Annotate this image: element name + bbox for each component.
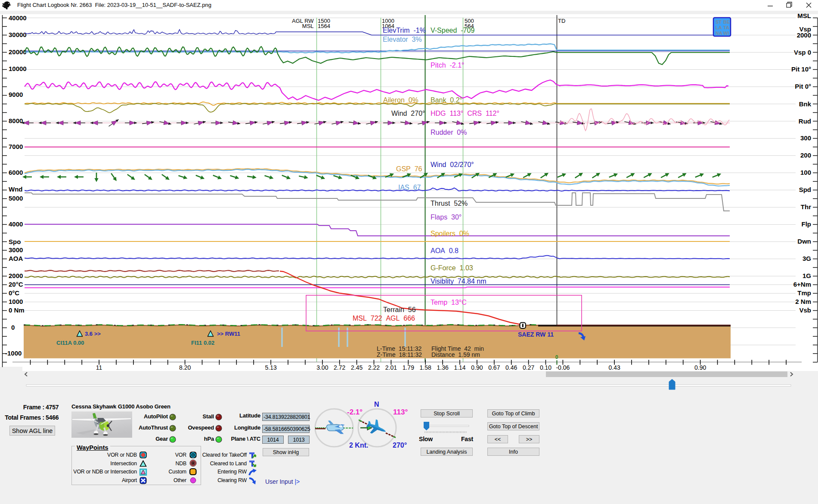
svg-text:Temp 13°C: Temp 13°C xyxy=(431,299,467,306)
svg-text:8.20: 8.20 xyxy=(179,364,191,371)
svg-text:1.36: 1.36 xyxy=(437,364,448,371)
svg-text:BE: BE xyxy=(723,19,730,25)
svg-text:LA: LA xyxy=(716,25,722,30)
svg-text:3000: 3000 xyxy=(9,246,23,254)
svg-text:Wnd: Wnd xyxy=(9,186,22,193)
svg-text:TA: TA xyxy=(723,25,729,30)
svg-text:Spd: Spd xyxy=(799,186,811,193)
svg-text:FI11 0.02: FI11 0.02 xyxy=(191,340,214,346)
svg-text:>> RW11: >> RW11 xyxy=(217,331,240,337)
svg-text:-1000: -1000 xyxy=(5,349,22,357)
svg-text:100: 100 xyxy=(800,169,811,176)
svg-text:Wind 270°: Wind 270° xyxy=(391,110,425,117)
svg-text:11: 11 xyxy=(96,364,102,371)
svg-text:40000: 40000 xyxy=(9,14,27,22)
svg-text:Pit 10°: Pit 10° xyxy=(791,65,811,73)
svg-text:Spoilers 0%: Spoilers 0% xyxy=(431,230,469,237)
svg-text:9000: 9000 xyxy=(9,91,23,98)
svg-text:Rudder 0%: Rudder 0% xyxy=(431,129,467,136)
svg-text:Vsb: Vsb xyxy=(799,306,811,314)
svg-text:0.43: 0.43 xyxy=(608,364,620,371)
svg-text:Terrain 56: Terrain 56 xyxy=(383,306,416,313)
svg-text:2000: 2000 xyxy=(797,31,811,39)
svg-text:Distance 1.59 nm: Distance 1.59 nm xyxy=(431,351,480,358)
svg-text:MSL 722 AGL 666: MSL 722 AGL 666 xyxy=(353,315,415,322)
svg-text:V-Speed -709: V-Speed -709 xyxy=(431,27,474,34)
svg-text:G-Force 1.03: G-Force 1.03 xyxy=(431,264,473,272)
svg-text:Aileron 0%: Aileron 0% xyxy=(383,96,418,104)
svg-text:0: 0 xyxy=(11,324,15,331)
svg-text:0.90: 0.90 xyxy=(471,364,483,371)
svg-text:Bnk: Bnk xyxy=(799,100,812,108)
svg-text:7000: 7000 xyxy=(9,143,23,150)
svg-text:1.58: 1.58 xyxy=(420,364,431,371)
svg-text:8000: 8000 xyxy=(9,117,23,124)
svg-text:Flp: Flp xyxy=(802,220,812,228)
svg-text:2.45: 2.45 xyxy=(351,364,363,371)
svg-text:GSP 76: GSP 76 xyxy=(396,165,422,173)
svg-text:ElevTrim -1%: ElevTrim -1% xyxy=(383,27,426,34)
svg-text:200: 200 xyxy=(800,152,811,159)
svg-text:2.22: 2.22 xyxy=(368,364,380,371)
svg-text:2.01: 2.01 xyxy=(385,364,397,371)
svg-text:0.46: 0.46 xyxy=(505,364,517,371)
svg-text:Vsp 0: Vsp 0 xyxy=(794,49,811,56)
svg-text:Elevator 3%: Elevator 3% xyxy=(383,36,422,43)
svg-text:Pitch -2.1°: Pitch -2.1° xyxy=(431,62,464,69)
svg-text:20000: 20000 xyxy=(9,48,27,56)
svg-text:300: 300 xyxy=(800,134,811,142)
svg-text:3G: 3G xyxy=(803,255,811,262)
svg-text:6000: 6000 xyxy=(9,169,23,176)
svg-text:20°C: 20°C xyxy=(9,281,23,288)
svg-text:0: 0 xyxy=(555,354,558,360)
svg-text:5000: 5000 xyxy=(9,195,23,202)
svg-text:2.72: 2.72 xyxy=(334,364,345,371)
svg-text:Rud: Rud xyxy=(799,117,811,125)
svg-text:Flaps 30°: Flaps 30° xyxy=(431,213,462,221)
svg-text:30000: 30000 xyxy=(9,31,27,38)
svg-text:MSL: MSL xyxy=(302,23,314,29)
svg-text:2000: 2000 xyxy=(9,272,23,279)
svg-text:IAS 67: IAS 67 xyxy=(398,184,421,191)
svg-text:0°C: 0°C xyxy=(9,289,19,297)
svg-text:3.6 >>: 3.6 >> xyxy=(85,331,101,337)
svg-text:3.00: 3.00 xyxy=(316,364,328,371)
svg-text:HDG 113° CRS 112°: HDG 113° CRS 112° xyxy=(431,110,499,117)
svg-text:TD: TD xyxy=(558,18,565,24)
svg-text:0.27: 0.27 xyxy=(523,364,534,371)
svg-text:Bank 0.2°: Bank 0.2° xyxy=(431,96,462,104)
svg-text:1000: 1000 xyxy=(9,298,23,305)
svg-text:Tmp: Tmp xyxy=(797,289,811,297)
svg-text:1.79: 1.79 xyxy=(403,364,414,371)
svg-text:1564: 1564 xyxy=(318,23,330,29)
svg-text:5.13: 5.13 xyxy=(265,364,276,371)
svg-text:NA: NA xyxy=(716,31,722,36)
svg-text:MSL: MSL xyxy=(797,12,811,19)
svg-text:AOA: AOA xyxy=(9,255,23,262)
svg-text:-0.06: -0.06 xyxy=(556,364,570,371)
svg-text:1G: 1G xyxy=(803,272,811,279)
svg-text:Visiblity 74.84 nm: Visiblity 74.84 nm xyxy=(431,278,486,285)
svg-text:0 Nm: 0 Nm xyxy=(9,306,25,314)
svg-text:Dwn: Dwn xyxy=(797,238,811,245)
svg-text:CI11A 0.00: CI11A 0.00 xyxy=(56,340,84,346)
svg-text:Pit 0°: Pit 0° xyxy=(795,83,811,90)
svg-text:0.10: 0.10 xyxy=(540,364,552,371)
svg-text:1.14: 1.14 xyxy=(454,364,465,371)
svg-text:Thrust 52%: Thrust 52% xyxy=(431,200,468,207)
svg-text:Z-Time 18:11:32: Z-Time 18:11:32 xyxy=(377,351,422,358)
svg-text:Thr: Thr xyxy=(801,203,811,210)
svg-text:Wind 02/270°: Wind 02/270° xyxy=(431,161,474,168)
svg-text:SAEZ RW 11: SAEZ RW 11 xyxy=(518,331,554,338)
svg-text:0.67: 0.67 xyxy=(488,364,500,371)
svg-text:0.90: 0.90 xyxy=(694,364,706,371)
svg-text:Spo: Spo xyxy=(9,238,21,245)
svg-text:ST: ST xyxy=(716,19,722,25)
svg-text:AOA 0.8: AOA 0.8 xyxy=(431,247,459,254)
svg-text:2 Nm: 2 Nm xyxy=(795,298,811,305)
svg-text:10000: 10000 xyxy=(9,65,27,72)
svg-text:6+Nm: 6+Nm xyxy=(793,281,811,288)
svg-text:WI: WI xyxy=(723,31,729,36)
svg-text:4000: 4000 xyxy=(9,220,23,228)
